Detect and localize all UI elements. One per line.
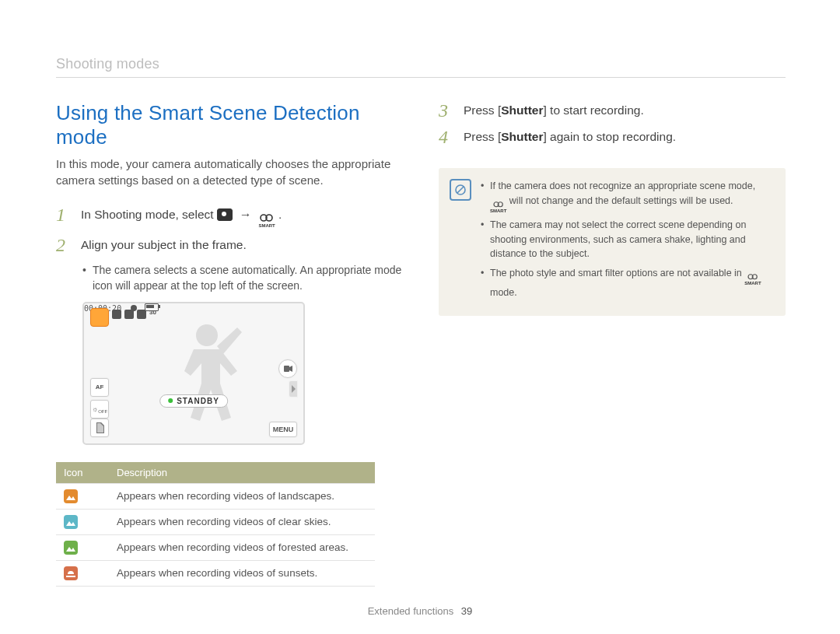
page-footer: Extended functions 39 — [0, 605, 840, 617]
step-text: Press [ — [464, 130, 501, 143]
lcd-record-icon — [278, 359, 297, 378]
step-number: 2 — [56, 236, 70, 254]
battery-icon — [145, 303, 159, 311]
table-cell-desc: Appears when recording videos of foreste… — [109, 534, 375, 560]
table-cell-desc: Appears when recording videos of clear s… — [109, 509, 375, 534]
table-cell-desc: Appears when recording videos of landsca… — [109, 483, 375, 509]
scene-icon-table: Icon Description Appears when recording … — [56, 462, 375, 587]
breadcrumb: Shooting modes — [56, 56, 786, 78]
step-1: 1 In Shooting mode, select → SMART . — [56, 205, 403, 228]
note-box: If the camera does not recognize an appr… — [439, 168, 786, 316]
step-text: Press [ — [464, 103, 501, 117]
arrow-icon: → — [236, 208, 255, 221]
smart-video-icon: SMART — [490, 201, 506, 213]
step-2-sub-bullet: The camera selects a scene automatically… — [82, 262, 403, 294]
svg-rect-2 — [284, 366, 289, 372]
step-text: Align your subject in the frame. — [81, 236, 247, 254]
lcd-off-icon: ☼OFF — [90, 400, 109, 419]
footer-section: Extended functions — [368, 605, 454, 617]
table-head-desc: Description — [109, 462, 375, 484]
lcd-storage-icon — [90, 419, 109, 437]
step-2: 2 Align your subject in the frame. — [56, 236, 403, 254]
forest-icon — [64, 541, 78, 555]
table-row: Appears when recording videos of sunsets… — [56, 560, 375, 586]
step-3: 3 Press [Shutter] to start recording. — [439, 101, 786, 120]
note-item: The photo style and smart filter options… — [481, 266, 772, 300]
smart-mode-badge-icon — [90, 308, 109, 327]
lcd-right-arrow-icon — [289, 381, 297, 397]
note-item: If the camera does not recognize an appr… — [481, 179, 772, 213]
lcd-af-icon: AF — [90, 378, 109, 397]
sunset-icon — [64, 566, 78, 580]
camera-lcd-preview: 30 00:00:20 STANDBY AF — [82, 302, 305, 445]
table-cell-desc: Appears when recording videos of sunsets… — [109, 560, 375, 586]
step-number: 3 — [439, 101, 453, 120]
person-silhouette-icon — [164, 315, 250, 432]
left-column: Using the Smart Scene Detection mode In … — [56, 101, 403, 587]
step-bold: Shutter — [501, 130, 543, 143]
section-intro: In this mode, your camera automatically … — [56, 156, 403, 188]
step-text-end: ] again to stop recording. — [543, 130, 676, 143]
lcd-menu-icon: MENU — [269, 422, 297, 437]
table-row: Appears when recording videos of landsca… — [56, 483, 375, 509]
table-head-icon: Icon — [56, 462, 109, 484]
table-row: Appears when recording videos of clear s… — [56, 509, 375, 534]
smart-video-icon: SMART — [744, 274, 761, 285]
step-number: 4 — [439, 128, 453, 146]
step-bold: Shutter — [501, 103, 543, 117]
step-text: In Shooting mode, select — [81, 208, 217, 221]
step-text-end: ] to start recording. — [543, 103, 643, 117]
note-icon — [450, 179, 471, 201]
footer-page-number: 39 — [461, 605, 472, 617]
svg-line-4 — [457, 187, 464, 193]
lcd-standby-badge: STANDBY — [159, 394, 228, 408]
manual-page: Shooting modes Using the Smart Scene Det… — [0, 0, 840, 634]
step-text-end: . — [278, 208, 282, 221]
sky-icon — [64, 515, 78, 529]
right-column: 3 Press [Shutter] to start recording. 4 … — [439, 101, 786, 587]
note-item: The camera may not select the correct sc… — [481, 218, 772, 261]
section-title: Using the Smart Scene Detection mode — [56, 101, 403, 149]
step-number: 1 — [56, 205, 70, 228]
step-4: 4 Press [Shutter] again to stop recordin… — [439, 128, 786, 146]
smart-video-icon: SMART — [258, 214, 275, 228]
landscape-icon — [64, 489, 78, 503]
camera-icon — [217, 208, 233, 221]
table-row: Appears when recording videos of foreste… — [56, 534, 375, 560]
